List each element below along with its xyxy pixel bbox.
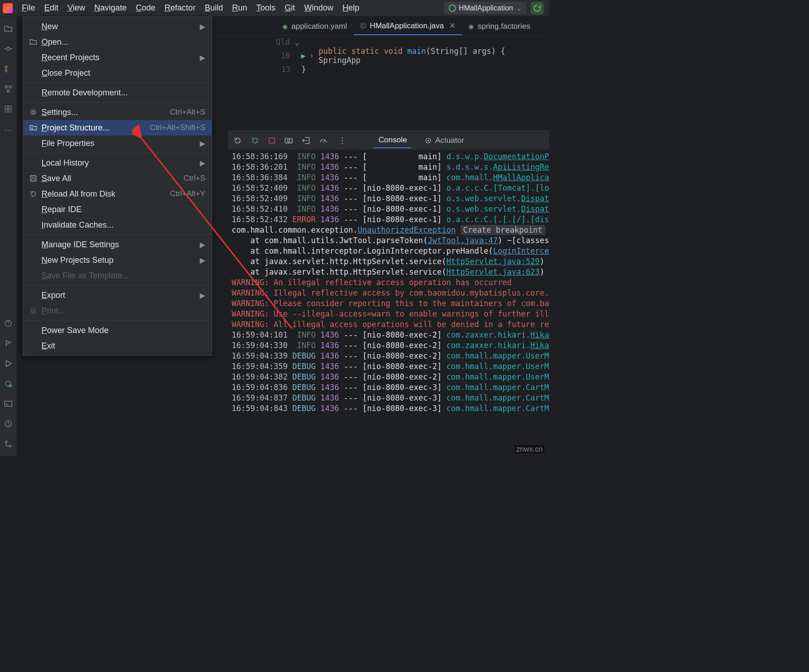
code-line[interactable]: public static void main(String[] args) {…	[318, 47, 545, 65]
shortcut: Ctrl+Alt+Y	[170, 189, 205, 198]
build-icon[interactable]	[4, 339, 12, 348]
editor-tab-application-yaml[interactable]: ◉application.yaml	[276, 18, 353, 35]
file-menu-save-all[interactable]: Save AllCtrl+S	[23, 171, 212, 186]
submenu-arrow-icon: ▶	[200, 240, 205, 249]
file-menu-close-project[interactable]: Close Project	[23, 65, 212, 81]
code-editor[interactable]: Qld ⌄ 10▶›public static void main(String…	[212, 36, 549, 127]
menu-item-label: Exit	[41, 341, 205, 351]
tab-console[interactable]: Console	[374, 133, 411, 148]
console-line: at com.hmall.interceptor.LoginIntercepto…	[232, 246, 545, 256]
menu-item-label: Manage IDE Settings	[41, 240, 196, 250]
file-menu-export[interactable]: Export▶	[23, 287, 212, 303]
file-menu-new[interactable]: New▶	[23, 19, 212, 34]
menu-tools[interactable]: Tools	[252, 1, 280, 15]
rerun-icon[interactable]	[233, 136, 242, 145]
svg-rect-26	[31, 179, 35, 181]
file-menu-power-save-mode[interactable]: Power Save Mode	[23, 323, 212, 338]
svg-point-0	[449, 5, 456, 11]
file-menu-print: Print...	[23, 303, 212, 318]
file-menu-exit[interactable]: Exit	[23, 338, 212, 354]
menu-navigate[interactable]: Navigate	[90, 1, 131, 15]
services-icon[interactable]	[4, 105, 12, 113]
exit-icon[interactable]	[302, 136, 310, 145]
file-menu-invalidate-caches[interactable]: Invalidate Caches...	[23, 217, 212, 233]
menubar: FileEditViewNavigateCodeRefactorBuildRun…	[0, 0, 549, 16]
menu-view[interactable]: View	[63, 1, 90, 15]
problems-icon[interactable]	[4, 420, 12, 428]
gauge-icon[interactable]	[319, 136, 327, 145]
console-line: at com.hmall.utils.JwtTool.parseToken(Jw…	[232, 235, 545, 246]
file-menu-file-properties[interactable]: File Properties▶	[23, 135, 212, 151]
folder-icon[interactable]	[4, 25, 12, 33]
svg-point-4	[5, 66, 7, 68]
spring-icon: ◉	[468, 23, 474, 30]
fold-icon[interactable]: ›	[309, 51, 314, 60]
menu-item-label: Save File as Template...	[41, 271, 205, 281]
menu-window[interactable]: Window	[300, 1, 338, 15]
submenu-arrow-icon: ▶	[200, 256, 205, 265]
git-icon[interactable]	[4, 440, 12, 448]
file-menu-remote-development[interactable]: Remote Development...	[23, 85, 212, 100]
svg-rect-12	[9, 109, 11, 112]
chevron-down-icon[interactable]: ⌄	[295, 37, 299, 47]
menu-refactor[interactable]: Refactor	[160, 1, 200, 15]
menu-help[interactable]: Help	[338, 1, 364, 15]
console-line: at javax.servlet.http.HttpServlet.servic…	[232, 267, 545, 277]
file-menu-repair-ide[interactable]: Repair IDE	[23, 202, 212, 217]
ide-logo-icon	[3, 3, 13, 13]
editor-tab-spring-factories[interactable]: ◉spring.factories	[462, 18, 536, 35]
run-icon[interactable]	[4, 359, 12, 368]
menu-edit[interactable]: Edit	[40, 1, 63, 15]
file-menu-manage-ide-settings[interactable]: Manage IDE Settings▶	[23, 237, 212, 252]
restart-icon[interactable]	[251, 136, 259, 145]
menu-item-label: New	[41, 22, 196, 31]
file-menu-recent-projects[interactable]: Recent Projects▶	[23, 50, 212, 65]
menu-build[interactable]: Build	[200, 1, 228, 15]
code-line[interactable]: }	[301, 65, 306, 74]
close-icon[interactable]: ✕	[449, 21, 456, 31]
pull-request-icon[interactable]	[4, 65, 12, 73]
console-line: 16:58:36:201 INFO 1436 --- [ main] s.d.s…	[232, 162, 545, 172]
file-menu-open[interactable]: Open...	[23, 34, 212, 50]
console-line: WARNING: An illegal reflective access op…	[232, 277, 545, 288]
console-output[interactable]: 16:58:36:169 INFO 1436 --- [ main] d.s.w…	[228, 150, 549, 445]
more-icon[interactable]: ⋯	[4, 125, 12, 133]
menu-git[interactable]: Git	[280, 1, 300, 15]
more-actions-icon[interactable]: ⋮	[338, 135, 347, 146]
console-line: 16:58:52:432 ERROR 1436 --- [nio-8080-ex…	[232, 214, 545, 225]
folder-icon	[30, 38, 41, 46]
submenu-arrow-icon: ▶	[200, 139, 205, 148]
folded-region: Qld ⌄	[217, 37, 545, 47]
submenu-arrow-icon: ▶	[200, 291, 205, 300]
stop-icon[interactable]	[268, 137, 275, 144]
menu-file[interactable]: File	[17, 1, 40, 15]
menu-code[interactable]: Code	[131, 1, 160, 15]
file-menu-project-structure[interactable]: Project Structure...Ctrl+Alt+Shift+S	[23, 120, 212, 135]
svg-point-35	[428, 140, 430, 141]
commit-icon[interactable]	[4, 45, 12, 53]
svg-point-21	[9, 445, 11, 447]
left-toolwindow-stripe: ⋯	[0, 16, 16, 456]
sync-button[interactable]	[531, 2, 544, 15]
file-menu-settings[interactable]: Settings...Ctrl+Alt+S	[23, 104, 212, 120]
shortcut: Ctrl+Alt+S	[170, 108, 205, 117]
run-config-selector[interactable]: HMallApplication ⌄	[444, 2, 526, 14]
camera-icon[interactable]	[285, 136, 293, 145]
watermark: znwx.cn	[514, 445, 545, 453]
file-menu-local-history[interactable]: Local History▶	[23, 155, 212, 171]
proj-icon	[30, 124, 41, 131]
tab-actuator[interactable]: Actuator	[420, 133, 468, 148]
run-gutter-icon[interactable]: ▶	[301, 51, 306, 60]
editor-tab-hmallapplication-java[interactable]: ⒸHMallApplication.java✕	[353, 17, 462, 35]
terminal-icon[interactable]	[4, 400, 12, 408]
reload-icon	[30, 190, 41, 198]
file-menu-reload-all-from-disk[interactable]: Reload All from DiskCtrl+Alt+Y	[23, 186, 212, 202]
menu-item-label: Power Save Mode	[41, 326, 205, 335]
menu-item-label: Print...	[41, 306, 205, 316]
tab-label: HMallApplication.java	[370, 21, 444, 31]
profiler-icon[interactable]	[4, 319, 12, 328]
structure-icon[interactable]	[4, 85, 12, 93]
menu-run[interactable]: Run	[228, 1, 252, 15]
file-menu-new-projects-setup[interactable]: New Projects Setup▶	[23, 252, 212, 268]
debug-icon[interactable]	[4, 380, 12, 388]
